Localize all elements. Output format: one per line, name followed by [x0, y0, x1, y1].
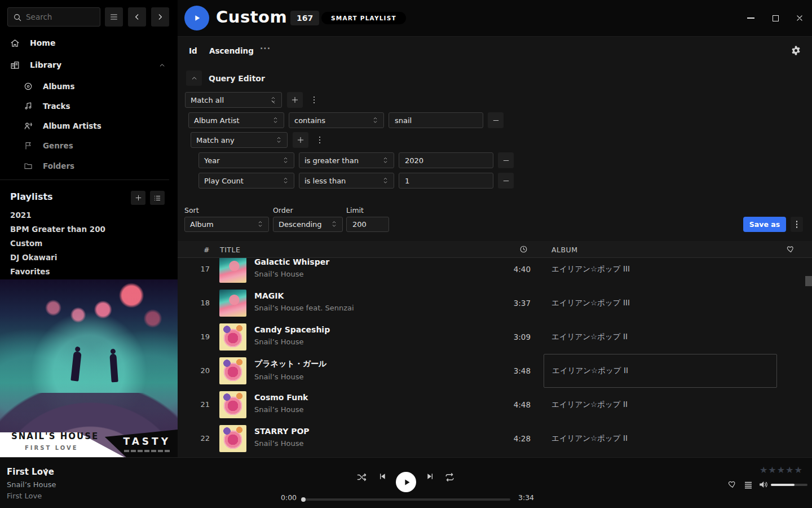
track-album[interactable]: エイリアン☆ポップ II	[544, 422, 777, 456]
seek-bar[interactable]	[302, 498, 510, 501]
track-cover-art[interactable]	[219, 290, 246, 317]
query-sort-select[interactable]: Album	[184, 217, 269, 232]
sort-field-button[interactable]: Id	[189, 46, 197, 55]
rule1-operator-select[interactable]: contains	[289, 112, 384, 128]
rule3-value-input[interactable]	[399, 173, 493, 189]
volume-slider[interactable]	[771, 484, 807, 486]
star-icon[interactable]	[768, 465, 776, 475]
remove-rule2-button[interactable]	[498, 152, 514, 168]
table-row[interactable]: 20 プラネット・ガール Snail’s House 3:48 エイリアン☆ポッ…	[178, 354, 812, 388]
track-album[interactable]: エイリアン☆ポップ II	[544, 354, 777, 388]
sidebar-item-home[interactable]: Home	[0, 34, 169, 51]
rule1-value-input[interactable]	[389, 112, 483, 128]
sort-direction-button[interactable]: Ascending	[209, 46, 254, 55]
favorite-button[interactable]	[728, 480, 737, 491]
track-cover-art[interactable]	[219, 391, 246, 418]
shuffle-button[interactable]	[356, 472, 367, 483]
rule1-field-select[interactable]: Album Artist	[188, 112, 284, 128]
remove-rule1-button[interactable]	[488, 112, 504, 128]
search-input[interactable]	[26, 8, 98, 26]
star-icon[interactable]	[777, 465, 785, 475]
track-title[interactable]: プラネット・ガール	[254, 359, 326, 369]
playlist-item[interactable]: BPM Greater than 200	[0, 222, 169, 236]
sidebar-item-albums[interactable]: Albums	[0, 78, 169, 95]
track-artist[interactable]: Snail’s House	[254, 439, 310, 448]
track-album[interactable]: エイリアン☆ポップ II	[544, 320, 777, 354]
now-playing-album[interactable]: First Love	[7, 492, 42, 500]
track-title[interactable]: STARRY POP	[254, 427, 310, 436]
sidebar-item-library[interactable]: Library	[0, 56, 169, 73]
group-menu-button-2[interactable]	[315, 132, 325, 148]
track-album[interactable]: エイリアン☆ポップ III	[544, 258, 777, 286]
track-cover-art[interactable]	[219, 258, 246, 283]
track-artist[interactable]: Snail’s House feat. Sennzai	[254, 304, 354, 312]
rule2-field-select[interactable]: Year	[198, 152, 294, 168]
table-row[interactable]: 21 Cosmo Funk Snail’s House 4:48 エイリアン☆ポ…	[178, 388, 812, 422]
settings-gear-button[interactable]	[791, 45, 801, 58]
star-icon[interactable]	[785, 465, 793, 475]
playlist-item[interactable]: DJ Okawari	[0, 250, 169, 264]
track-cover-art[interactable]	[219, 357, 246, 384]
track-album[interactable]: エイリアン☆ポップ III	[544, 286, 777, 320]
add-rule-button-1[interactable]	[287, 92, 303, 108]
rule3-operator-select[interactable]: is less than	[299, 173, 394, 189]
seek-handle[interactable]	[301, 497, 306, 502]
track-album[interactable]: エイリアン☆ポップ II	[544, 388, 777, 422]
track-artist[interactable]: Snail’s House	[254, 373, 326, 381]
table-row[interactable]: 17 Galactic Whisper Snail’s House 4:40 エ…	[178, 258, 812, 286]
window-minimize-button[interactable]	[743, 12, 758, 24]
track-title[interactable]: Galactic Whisper	[254, 258, 329, 266]
rating-stars[interactable]	[760, 465, 802, 475]
track-cover-art[interactable]	[219, 425, 246, 452]
now-playing-title[interactable]: First Love	[7, 467, 54, 477]
previous-track-button[interactable]	[378, 472, 387, 481]
now-playing-artist[interactable]: Snail’s House	[7, 480, 56, 489]
repeat-button[interactable]	[444, 472, 455, 483]
window-maximize-button[interactable]	[767, 12, 783, 24]
query-order-select[interactable]: Descending	[273, 217, 343, 232]
match-mode-select-1[interactable]: Match all	[185, 92, 282, 108]
play-playlist-button[interactable]	[184, 6, 209, 30]
queue-button[interactable]	[744, 481, 753, 492]
next-track-button[interactable]	[426, 472, 435, 481]
star-icon[interactable]	[760, 465, 767, 475]
sort-more-button[interactable]: ···	[260, 44, 271, 53]
track-cover-art[interactable]	[219, 323, 246, 351]
query-editor-collapse-button[interactable]	[186, 71, 202, 86]
column-favorite[interactable]	[787, 245, 795, 255]
rule2-value-input[interactable]	[399, 152, 493, 168]
add-rule-button-2[interactable]	[293, 132, 308, 148]
query-limit-input[interactable]	[346, 217, 389, 232]
chevron-up-icon[interactable]	[158, 62, 166, 69]
table-row[interactable]: 19 Candy Spaceship Snail’s House 3:09 エイ…	[178, 320, 812, 354]
search-box[interactable]	[7, 7, 100, 27]
track-artist[interactable]: Snail’s House	[254, 270, 329, 278]
now-playing-cover-art[interactable]: SNAIL'S HOUSE FIRST LOVE TASTY	[0, 279, 178, 457]
column-duration[interactable]	[519, 245, 528, 255]
sidebar-item-album-artists[interactable]: Album Artists	[0, 117, 169, 134]
save-as-button[interactable]: Save as	[743, 217, 786, 232]
column-title[interactable]: TITLE	[220, 246, 240, 254]
playlist-item[interactable]: Favorites	[0, 264, 169, 278]
menu-button[interactable]	[105, 7, 123, 27]
star-icon[interactable]	[794, 465, 802, 475]
rule2-operator-select[interactable]: is greater than	[299, 152, 394, 168]
now-playing-menu-button[interactable]	[45, 468, 47, 476]
playlist-item[interactable]: 2021	[0, 208, 169, 222]
remove-rule3-button[interactable]	[498, 173, 514, 189]
sidebar-item-folders[interactable]: Folders	[0, 157, 169, 174]
track-artist[interactable]: Snail’s House	[254, 338, 330, 346]
sidebar-item-genres[interactable]: Genres	[0, 137, 169, 154]
track-title[interactable]: Candy Spaceship	[254, 325, 330, 334]
nav-forward-button[interactable]	[151, 7, 169, 27]
track-title[interactable]: Cosmo Funk	[254, 393, 308, 402]
volume-button[interactable]	[758, 479, 769, 492]
table-row[interactable]: 18 MAGIK Snail’s House feat. Sennzai 3:3…	[178, 286, 812, 320]
group-menu-button-1[interactable]	[309, 92, 319, 108]
track-artist[interactable]: Snail’s House	[254, 405, 308, 414]
playlist-item[interactable]: Custom	[0, 236, 169, 250]
window-close-button[interactable]	[792, 12, 807, 24]
match-mode-select-2[interactable]: Match any	[191, 132, 288, 148]
column-album[interactable]: ALBUM	[551, 246, 578, 254]
playlist-view-button[interactable]	[150, 191, 165, 205]
